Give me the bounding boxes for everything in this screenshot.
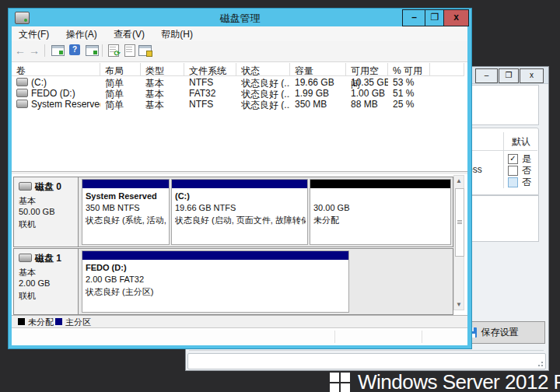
legend-primary-label: 主分区 <box>65 317 91 328</box>
menu-view[interactable]: 查看(V) <box>107 26 152 41</box>
partition-c[interactable]: (C:) 19.66 GB NTFS 状态良好 (启动, 页面文件, 故障转储,… <box>171 179 308 245</box>
back-icon[interactable]: ← <box>13 44 27 58</box>
partition-color-bar <box>310 180 450 190</box>
disk-1-row: 磁盘 1 基本 2.00 GB 联机 FEDO (D:) 2.00 GB FAT… <box>13 248 453 315</box>
toolbar-separator <box>102 44 103 57</box>
bg-close-button[interactable]: x <box>520 68 544 83</box>
desktop: s – ❐ x 默认 ✓ 是 ess 否 否 保存设置 <box>0 0 560 392</box>
menu-bar: 文件(F) 操作(A) 查看(V) 帮助(H) <box>12 26 467 42</box>
status-separator <box>422 331 422 343</box>
menu-file[interactable]: 文件(F) <box>12 26 56 41</box>
status-bar <box>12 329 467 345</box>
scroll-down-icon[interactable]: ▼ <box>454 299 464 310</box>
table-row-c[interactable]: (C:) 简单 基本 NTFS 状态良好 (... 19.66 GB 10.35… <box>12 77 464 88</box>
volume-icon <box>16 89 28 97</box>
bg-minimize-button[interactable]: – <box>475 68 498 83</box>
manage-icon[interactable] <box>138 44 152 58</box>
forward-icon[interactable]: → <box>27 44 41 58</box>
column-header-filesystem[interactable]: 文件系统 <box>184 63 236 76</box>
resize-grip-icon[interactable] <box>536 359 543 366</box>
volume-icon <box>16 100 28 108</box>
partition-system-reserved[interactable]: System Reserved 350 MB NTFS 状态良好 (系统, 活动… <box>82 179 170 245</box>
menu-help[interactable]: 帮助(H) <box>154 26 200 41</box>
maximize-button[interactable]: ❐ <box>425 9 445 26</box>
column-header-pct-free[interactable]: % 可用 <box>388 63 430 76</box>
scrollbar-thumb[interactable] <box>455 188 464 257</box>
help-icon[interactable]: ? <box>68 44 82 58</box>
save-settings-label: 保存设置 <box>481 326 519 339</box>
bg-row3-value: 否 <box>522 176 531 189</box>
column-header-free-space[interactable]: 可用空间 <box>346 63 388 76</box>
partition-color-bar <box>82 251 348 261</box>
disk-icon <box>19 254 32 262</box>
toolbar-separator <box>44 44 45 57</box>
partition-unallocated[interactable]: 30.00 GB 未分配 <box>310 179 451 245</box>
table-row-fedo[interactable]: FEDO (D:) 简单 基本 FAT32 状态良好 (... 1.99 GB … <box>12 88 464 99</box>
bg-checkbox-row3[interactable] <box>508 177 518 187</box>
volume-icon <box>16 78 28 86</box>
disk-icon <box>19 182 32 191</box>
bg-divider <box>189 350 544 351</box>
partition-color-bar <box>172 180 307 190</box>
column-header-type[interactable]: 类型 <box>141 63 184 76</box>
column-header-status[interactable]: 状态 <box>236 63 290 76</box>
action-pane-icon[interactable] <box>85 44 99 58</box>
minimize-button[interactable]: – <box>402 9 426 26</box>
table-row-system-reserved[interactable]: System Reserved 简单 基本 NTFS 状态良好 (... 350… <box>12 99 464 110</box>
column-header-filler <box>430 63 464 76</box>
refresh-icon[interactable]: ⟳ <box>107 44 121 58</box>
windows-logo-icon <box>330 373 350 392</box>
bg-status-bar <box>187 353 546 369</box>
disk-0-row: 磁盘 0 基本 50.00 GB 联机 System Reserved 350 … <box>13 177 453 247</box>
status-separator <box>334 331 335 343</box>
console-tree-icon[interactable] <box>51 44 65 58</box>
bg-column-header-default[interactable]: 默认 <box>505 135 537 149</box>
partition-color-bar <box>82 180 169 190</box>
legend-unallocated-label: 未分配 <box>28 317 54 328</box>
pane-splitter[interactable] <box>12 171 467 174</box>
scrollbar-grip-icon <box>457 220 462 221</box>
bg-checkbox-row1[interactable]: ✓ <box>508 154 518 164</box>
bg-checkbox-row2[interactable] <box>508 166 518 176</box>
column-header-volume[interactable]: 卷 <box>12 63 100 76</box>
menu-action[interactable]: 操作(A) <box>59 26 104 41</box>
column-header-layout[interactable]: 布局 <box>100 63 141 76</box>
brand-text: Windows Server 2012 R2 <box>358 370 560 392</box>
disk-view-scrollbar[interactable]: ▲ ▼ <box>453 175 464 310</box>
legend-primary-swatch <box>55 318 62 325</box>
desktop-brand: Windows Server 2012 R2 <box>330 370 560 392</box>
legend-bar: 未分配 主分区 <box>12 315 467 328</box>
scroll-up-icon[interactable]: ▲ <box>454 176 464 186</box>
column-header-capacity[interactable]: 容量 <box>290 63 346 76</box>
properties-icon[interactable] <box>123 44 137 58</box>
disk-1-label[interactable]: 磁盘 1 基本 2.00 GB 联机 <box>14 249 79 314</box>
partition-fedo[interactable]: FEDO (D:) 2.00 GB FAT32 状态良好 (主分区) <box>82 250 349 313</box>
disk-0-label[interactable]: 磁盘 0 基本 50.00 GB 联机 <box>14 177 79 247</box>
bg-maximize-button[interactable]: ❐ <box>499 68 519 83</box>
bg-table-divider <box>503 132 504 188</box>
legend-unallocated-swatch <box>18 318 25 325</box>
disk-management-window[interactable]: 磁盘管理 – ❐ x 文件(F) 操作(A) 查看(V) 帮助(H) ← → ?… <box>8 8 472 349</box>
close-button[interactable]: x <box>443 9 469 26</box>
titlebar[interactable]: 磁盘管理 – ❐ x <box>9 9 471 26</box>
